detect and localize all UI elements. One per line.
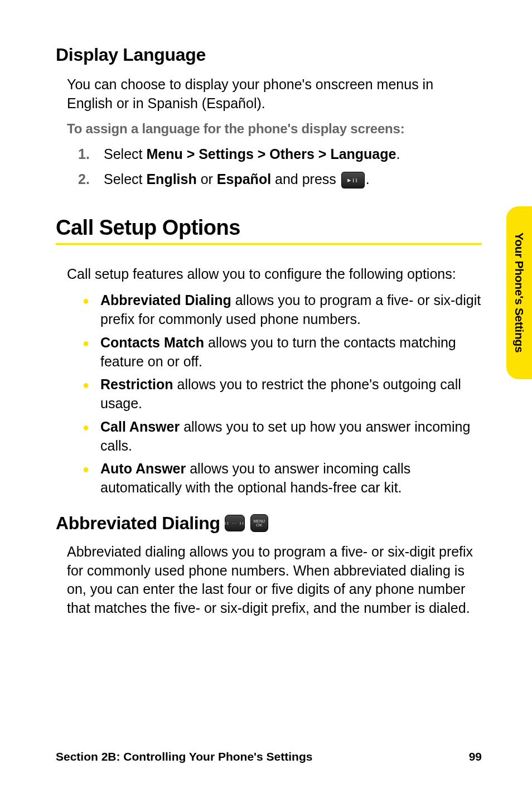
section-tab: Your Phone's Settings	[506, 206, 532, 379]
bullet-term: Auto Answer	[100, 461, 186, 476]
instruction-heading: To assign a language for the phone's dis…	[67, 121, 482, 137]
bullet-call-answer: ● Call Answer allows you to set up how y…	[83, 418, 482, 456]
bullet-term: Contacts Match	[100, 335, 204, 350]
nav-key-icon: ıı ·· ıı	[225, 515, 245, 531]
heading-display-language: Display Language	[56, 45, 482, 65]
step-text: Select Menu > Settings > Others > Langua…	[104, 144, 400, 164]
body-abbrev-dialing: Abbreviated dialing allows you to progra…	[67, 543, 482, 618]
step-number: 2.	[78, 170, 104, 189]
bullet-icon: ●	[83, 333, 100, 371]
heading-abbrev-dialing: Abbreviated Dialing ıı ·· ıı MENUOK	[56, 513, 482, 534]
bullet-icon: ●	[83, 291, 100, 329]
bullet-auto-answer: ● Auto Answer allows you to answer incom…	[83, 460, 482, 497]
option-english: English	[146, 171, 196, 187]
play-pause-key-icon: ▸ıı	[341, 172, 365, 188]
text-mid: or	[197, 171, 217, 187]
menu-path: Menu > Settings > Others > Language	[146, 146, 396, 162]
bullet-term: Call Answer	[100, 419, 180, 434]
heading-rule	[56, 243, 482, 245]
bullet-icon: ●	[83, 418, 100, 456]
bullet-contacts-match: ● Contacts Match allows you to turn the …	[83, 333, 482, 371]
heading-call-setup: Call Setup Options	[56, 216, 482, 240]
footer-section-title: Section 2B: Controlling Your Phone's Set…	[56, 750, 312, 763]
text-pre: Select	[104, 146, 146, 162]
heading-label: Abbreviated Dialing	[56, 513, 220, 534]
step-number: 1.	[78, 144, 104, 164]
step-2: 2. Select English or Español and press ▸…	[78, 170, 482, 189]
body-display-language: You can choose to display your phone's o…	[67, 75, 482, 113]
body-call-setup-intro: Call setup features allow you to configu…	[67, 265, 482, 284]
option-espanol: Español	[217, 171, 271, 187]
step-text: Select English or Español and press ▸ıı.	[104, 170, 370, 189]
step-1: 1. Select Menu > Settings > Others > Lan…	[78, 144, 482, 164]
text-post: .	[396, 146, 400, 162]
text-post: and press	[271, 171, 340, 187]
page-number: 99	[469, 750, 482, 763]
bullet-icon: ●	[83, 375, 100, 413]
text-pre: Select	[104, 171, 146, 187]
text-end: .	[366, 171, 370, 187]
menu-ok-key-icon: MENUOK	[250, 514, 268, 532]
page-footer: Section 2B: Controlling Your Phone's Set…	[56, 750, 482, 763]
section-tab-label: Your Phone's Settings	[512, 233, 526, 352]
bullet-term: Restriction	[100, 376, 173, 392]
bullet-restriction: ● Restriction allows you to restrict the…	[83, 375, 482, 413]
bullet-abbrev-dialing: ● Abbreviated Dialing allows you to prog…	[83, 291, 482, 329]
bullet-icon: ●	[83, 460, 100, 497]
bullet-term: Abbreviated Dialing	[100, 292, 231, 308]
